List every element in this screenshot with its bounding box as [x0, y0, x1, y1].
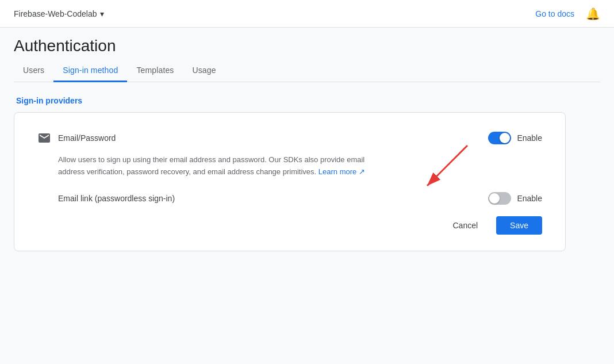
- email-password-row: Email/Password Enable: [37, 131, 542, 145]
- email-icon: [37, 131, 51, 145]
- tab-usage[interactable]: Usage: [183, 60, 225, 82]
- tab-sign-in-method[interactable]: Sign-in method: [53, 60, 127, 82]
- email-enable-label: Enable: [517, 133, 542, 143]
- svg-line-1: [427, 145, 467, 186]
- save-button[interactable]: Save: [496, 216, 542, 235]
- section-label: Sign-in providers: [14, 96, 600, 105]
- toggle-slider-email-link: [488, 192, 511, 205]
- page-title: Authentication: [14, 28, 600, 60]
- learn-more-link[interactable]: Learn more ↗: [318, 167, 365, 176]
- email-enable-toggle[interactable]: [488, 132, 511, 144]
- arrow-annotation: [393, 143, 473, 194]
- tab-templates[interactable]: Templates: [127, 60, 183, 82]
- project-name: Firebase-Web-Codelab: [14, 9, 97, 18]
- email-link-provider-name: Email link (passwordless sign-in): [58, 194, 488, 203]
- email-provider-section: Email/Password Enable: [37, 131, 542, 145]
- email-link-enable-label: Enable: [517, 194, 542, 203]
- dropdown-icon: ▾: [100, 9, 104, 18]
- notifications-icon[interactable]: 🔔: [586, 7, 600, 21]
- topbar: Firebase-Web-Codelab ▾ Go to docs 🔔: [0, 0, 614, 28]
- external-link-icon: ↗: [359, 167, 365, 176]
- email-provider-description: Allow users to sign up using their email…: [58, 154, 369, 178]
- providers-card: Email/Password Enable Allow users to sig…: [14, 112, 566, 251]
- email-provider-name: Email/Password: [58, 133, 488, 143]
- email-link-toggle-area: Enable: [488, 192, 542, 205]
- email-link-enable-toggle[interactable]: [488, 192, 511, 205]
- tabs-container: Users Sign-in method Templates Usage: [14, 60, 600, 82]
- card-actions: Cancel Save: [37, 216, 542, 235]
- email-link-row: Email link (passwordless sign-in) Enable: [37, 192, 542, 205]
- topbar-right: Go to docs 🔔: [535, 7, 600, 21]
- project-selector[interactable]: Firebase-Web-Codelab ▾: [14, 9, 104, 18]
- tab-users[interactable]: Users: [14, 60, 53, 82]
- email-toggle-area: Enable: [488, 132, 542, 144]
- page-content: Authentication Users Sign-in method Temp…: [0, 28, 614, 265]
- toggle-slider-email: [488, 132, 511, 144]
- cancel-button[interactable]: Cancel: [441, 216, 489, 235]
- go-to-docs-link[interactable]: Go to docs: [535, 9, 574, 18]
